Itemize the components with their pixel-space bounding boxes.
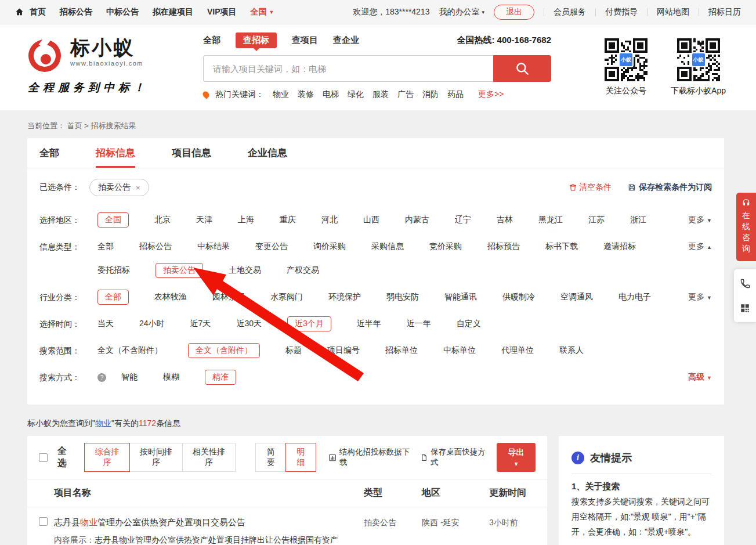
filter-option[interactable]: 项目编号 — [327, 343, 360, 358]
filter-option[interactable]: 重庆 — [280, 212, 296, 228]
qr-mini-icon[interactable] — [740, 303, 750, 313]
hot-keyword[interactable]: 药品 — [447, 89, 464, 100]
filter-option[interactable]: 江苏 — [588, 212, 605, 228]
logout-button[interactable]: 退出 — [494, 5, 534, 20]
topbar-link[interactable]: 招标日历 — [708, 7, 741, 17]
nav-home[interactable]: 首页 — [30, 7, 46, 17]
filter-option[interactable]: 北京 — [154, 212, 171, 228]
filter-option[interactable]: 土地交易 — [229, 263, 261, 278]
nav-item[interactable]: 拟在建项目 — [153, 7, 193, 17]
filter-option[interactable]: 全文（不含附件） — [97, 343, 162, 358]
filter-option[interactable]: 全部 — [97, 239, 114, 254]
hot-keyword[interactable]: 电梯 — [323, 89, 339, 100]
search-tab[interactable]: 查招标 — [236, 33, 277, 48]
filter-option[interactable]: 内蒙古 — [405, 212, 429, 228]
filter-option[interactable]: 水泵阀门 — [270, 290, 303, 305]
filter-option[interactable]: 标题 — [285, 343, 302, 358]
selected-condition-chip[interactable]: 拍卖公告 × — [89, 179, 149, 196]
filter-option[interactable]: 电力电子 — [618, 290, 651, 305]
filter-more-link[interactable]: 更多 ▲ — [688, 241, 712, 252]
filter-option[interactable]: 24小时 — [139, 316, 165, 331]
hot-keyword[interactable]: 服装 — [372, 89, 389, 100]
clear-conditions-link[interactable]: 清空条件 — [569, 182, 612, 193]
tab-企业信息[interactable]: 企业信息 — [248, 138, 287, 168]
topbar-link[interactable]: 会员服务 — [554, 7, 586, 17]
tab-全部[interactable]: 全部 — [39, 138, 59, 168]
my-office-menu[interactable]: 我的办公室▾ — [439, 7, 484, 17]
filter-option[interactable]: 竞价采购 — [429, 239, 462, 254]
structured-download-link[interactable]: 结构化招投标数据下载 — [328, 447, 413, 468]
sort-button[interactable]: 按时间排序 — [129, 443, 183, 472]
filter-option[interactable]: 委托招标 — [97, 263, 130, 278]
filter-option[interactable]: 招标单位 — [385, 343, 418, 358]
filter-option[interactable]: 环境保护 — [328, 290, 361, 305]
filter-option[interactable]: 近7天 — [190, 316, 211, 331]
filter-option[interactable]: 园林景观 — [212, 290, 245, 305]
filter-more-link[interactable]: 更多 ▼ — [688, 215, 712, 225]
topbar-link[interactable]: 网站地图 — [657, 7, 689, 17]
filter-option[interactable]: 采购信息 — [371, 239, 404, 254]
hot-keyword[interactable]: 消防 — [422, 89, 439, 100]
nav-item[interactable]: 中标公告 — [106, 7, 139, 17]
site-logo[interactable]: 标小蚁 www.biaoxiaoyi.com — [26, 37, 143, 74]
filter-option[interactable]: 变更公告 — [255, 239, 288, 254]
region-selector[interactable]: 全国▼ — [251, 7, 274, 17]
help-icon[interactable]: ? — [97, 373, 106, 382]
filter-option[interactable]: 辽宁 — [455, 212, 471, 228]
tab-项目信息[interactable]: 项目信息 — [172, 138, 211, 168]
filter-option[interactable]: 当天 — [97, 316, 114, 331]
advanced-link[interactable]: 高级 ▼ — [688, 372, 712, 382]
export-button[interactable]: 导出 ∨ — [497, 443, 536, 472]
tab-招标信息[interactable]: 招标信息 — [96, 138, 135, 168]
breadcrumb-home-link[interactable]: 首页 — [67, 121, 82, 130]
filter-option[interactable]: 近3个月 — [287, 316, 331, 331]
filter-option[interactable]: 山西 — [363, 212, 379, 228]
close-icon[interactable]: × — [136, 183, 140, 192]
view-button[interactable]: 简要 — [255, 443, 286, 472]
filter-option[interactable]: 自定义 — [457, 316, 481, 331]
filter-option[interactable]: 近半年 — [357, 316, 381, 331]
filter-option[interactable]: 黑龙江 — [538, 212, 563, 228]
hot-keyword[interactable]: 装修 — [298, 89, 314, 100]
filter-option[interactable]: 智能 — [121, 370, 138, 385]
hot-keyword[interactable]: 绿化 — [348, 89, 364, 100]
filter-option[interactable]: 招标预告 — [487, 239, 520, 254]
filter-option[interactable]: 空调通风 — [560, 290, 593, 305]
view-button[interactable]: 明细 — [285, 443, 316, 472]
select-all-checkbox[interactable] — [39, 453, 48, 462]
filter-option[interactable]: 询价采购 — [313, 239, 346, 254]
filter-option[interactable]: 拍卖公告 — [155, 263, 203, 278]
sort-button[interactable]: 综合排序 — [84, 443, 130, 472]
search-tab[interactable]: 全部 — [203, 33, 220, 48]
search-input[interactable] — [203, 55, 493, 82]
filter-option[interactable]: 招标公告 — [139, 239, 172, 254]
filter-option[interactable]: 智能通讯 — [444, 290, 477, 305]
filter-option[interactable]: 联系人 — [559, 343, 584, 358]
hot-keyword[interactable]: 物业 — [273, 89, 289, 100]
filter-option[interactable]: 中标结果 — [197, 239, 230, 254]
filter-option[interactable]: 上海 — [238, 212, 254, 228]
sort-button[interactable]: 相关性排序 — [182, 443, 236, 472]
home-icon[interactable] — [15, 8, 24, 16]
online-consult-button[interactable]: 在线咨询 — [736, 193, 756, 261]
filter-option[interactable]: 近一年 — [407, 316, 431, 331]
desktop-shortcut-link[interactable]: 保存桌面快捷方式 — [420, 447, 489, 468]
topbar-link[interactable]: 付费指导 — [605, 7, 638, 17]
filter-option[interactable]: 全部 — [97, 290, 129, 305]
filter-option[interactable]: 吉林 — [497, 212, 513, 228]
search-tab[interactable]: 查企业 — [333, 33, 359, 48]
filter-option[interactable]: 天津 — [196, 212, 212, 228]
filter-more-link[interactable]: 更多 ▼ — [688, 292, 712, 302]
filter-option[interactable]: 农林牧渔 — [154, 290, 187, 305]
nav-item[interactable]: 招标公告 — [60, 7, 92, 17]
filter-option[interactable]: 河北 — [321, 212, 338, 228]
filter-option[interactable]: 邀请招标 — [603, 239, 636, 254]
filter-option[interactable]: 浙江 — [630, 212, 646, 228]
filter-option[interactable]: 代理单位 — [501, 343, 534, 358]
summary-keyword-link[interactable]: 物业 — [95, 418, 111, 428]
phone-icon[interactable] — [740, 278, 751, 289]
hot-keyword[interactable]: 广告 — [397, 89, 414, 100]
filter-option[interactable]: 模糊 — [163, 370, 179, 385]
nav-item[interactable]: VIP项目 — [207, 7, 237, 17]
search-button[interactable] — [493, 55, 551, 82]
